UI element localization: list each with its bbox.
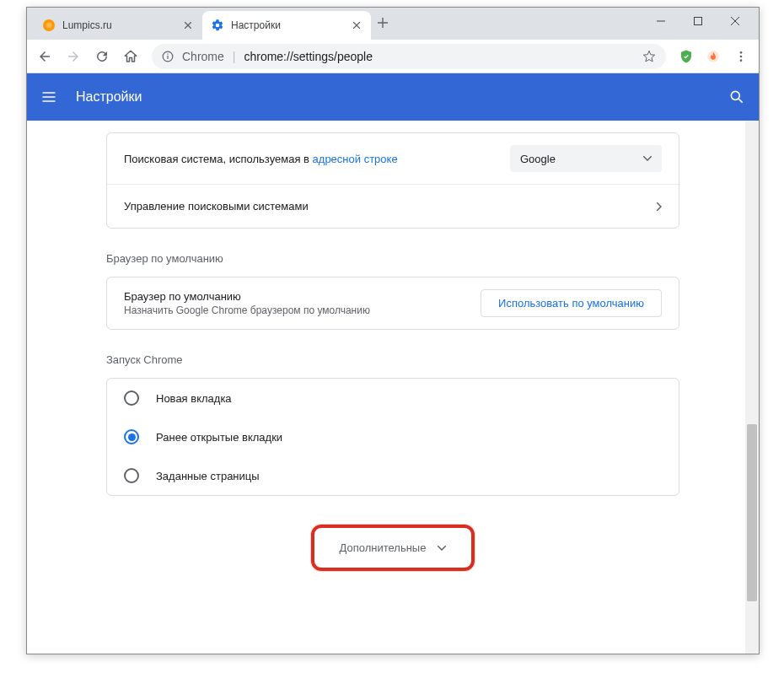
- close-icon[interactable]: [351, 19, 362, 31]
- settings-header: Настройки: [27, 73, 759, 121]
- chevron-down-icon: [643, 156, 652, 161]
- toolbar: Chrome | chrome://settings/people: [27, 40, 759, 73]
- tab-title: Lumpics.ru: [62, 19, 175, 31]
- omnibox-url: chrome://settings/people: [244, 50, 373, 63]
- default-browser-card: Браузер по умолчанию Назначить Google Ch…: [106, 277, 679, 330]
- site-info-icon[interactable]: [162, 51, 174, 62]
- tab-lumpics[interactable]: Lumpics.ru: [34, 11, 202, 40]
- search-engine-select[interactable]: Google: [510, 145, 662, 172]
- page-title: Настройки: [76, 89, 142, 105]
- manage-search-engines-row[interactable]: Управление поисковыми системами: [107, 184, 679, 228]
- default-browser-section-title: Браузер по умолчанию: [106, 252, 679, 265]
- window-controls: [642, 8, 759, 35]
- svg-point-7: [740, 51, 743, 54]
- minimize-button[interactable]: [642, 8, 679, 34]
- gear-icon: [211, 19, 224, 32]
- scrollbar-track[interactable]: [745, 121, 759, 654]
- address-bar[interactable]: Chrome | chrome://settings/people: [152, 44, 666, 69]
- close-icon[interactable]: [182, 19, 194, 31]
- chevron-right-icon: [657, 202, 662, 211]
- radio-icon: [124, 390, 139, 406]
- annotation-highlight: Дополнительные: [311, 525, 475, 571]
- new-tab-button[interactable]: [371, 11, 395, 35]
- bookmark-star-icon[interactable]: [642, 50, 656, 63]
- svg-rect-4: [167, 55, 168, 58]
- startup-option-specific[interactable]: Заданные страницы: [107, 456, 679, 495]
- startup-card: Новая вкладка Ранее открытые вкладки Зад…: [106, 378, 679, 496]
- back-button[interactable]: [32, 44, 57, 69]
- extension-flame-icon[interactable]: [701, 45, 725, 68]
- svg-point-10: [731, 91, 739, 100]
- default-browser-row: Браузер по умолчанию Назначить Google Ch…: [107, 277, 679, 329]
- favicon-lumpics: [42, 19, 56, 32]
- startup-option-continue[interactable]: Ранее открытые вкладки: [107, 417, 679, 456]
- search-engine-row[interactable]: Поисковая система, используемая в адресн…: [107, 133, 679, 184]
- omnibox-scheme: Chrome: [182, 50, 224, 63]
- search-icon[interactable]: [728, 89, 745, 105]
- radio-icon: [124, 429, 139, 444]
- menu-button[interactable]: [728, 44, 754, 69]
- reload-button[interactable]: [89, 44, 115, 69]
- title-bar: Lumpics.ru Настройки: [27, 8, 759, 40]
- svg-point-9: [740, 59, 743, 62]
- radio-icon: [124, 468, 139, 483]
- extension-shield-icon[interactable]: [674, 45, 698, 68]
- svg-rect-5: [167, 53, 168, 54]
- tab-strip: Lumpics.ru Настройки: [27, 11, 642, 40]
- scrollbar-thumb[interactable]: [747, 424, 757, 601]
- svg-point-1: [46, 23, 52, 29]
- home-button[interactable]: [118, 44, 143, 69]
- search-engine-card: Поисковая система, используемая в адресн…: [106, 132, 679, 229]
- omnibox-separator: |: [233, 50, 236, 63]
- tab-title: Настройки: [231, 19, 344, 31]
- svg-point-8: [740, 55, 743, 57]
- tab-settings[interactable]: Настройки: [202, 11, 371, 40]
- startup-option-new-tab[interactable]: Новая вкладка: [107, 379, 679, 417]
- settings-content: Поисковая система, используемая в адресн…: [27, 121, 759, 654]
- chevron-down-icon: [438, 546, 446, 551]
- startup-section-title: Запуск Chrome: [106, 353, 679, 366]
- advanced-toggle-button[interactable]: Дополнительные: [321, 533, 465, 563]
- maximize-button[interactable]: [679, 8, 717, 34]
- make-default-button[interactable]: Использовать по умолчанию: [481, 289, 662, 317]
- svg-rect-2: [695, 18, 702, 25]
- address-bar-link[interactable]: адресной строке: [313, 153, 398, 165]
- hamburger-menu-icon[interactable]: [40, 89, 57, 105]
- forward-button[interactable]: [61, 44, 86, 69]
- close-window-button[interactable]: [717, 8, 754, 34]
